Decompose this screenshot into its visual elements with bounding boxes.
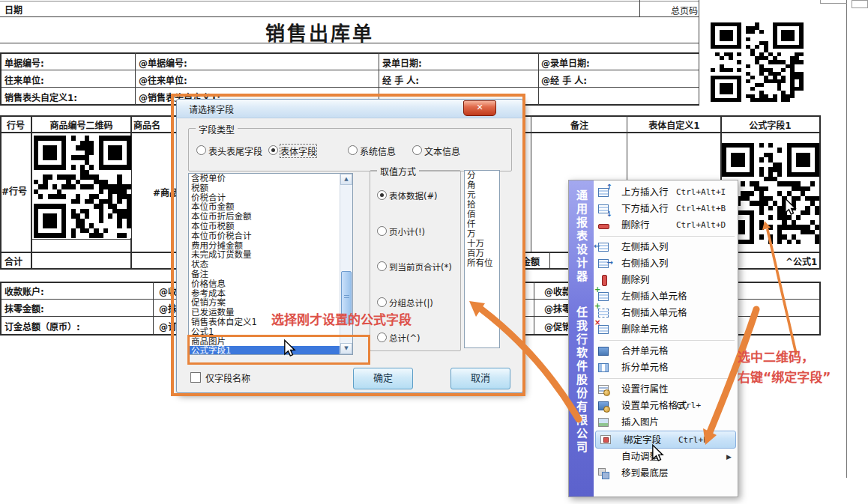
window-fragment <box>852 0 868 8</box>
grid-line <box>0 70 699 70</box>
menu-item-绑定字段[interactable]: 绑定字段Ctrl+F <box>595 431 736 449</box>
menu-item-合并单元格[interactable]: 合并单元格 <box>594 343 738 359</box>
menu-item-删除列[interactable]: 删除列 <box>594 272 738 288</box>
menu-item-label: 合并单元格 <box>621 343 669 359</box>
bind-field-icon <box>600 434 612 446</box>
field-label[interactable]: 经 手 人: <box>382 73 419 86</box>
field-value[interactable]: @单据编号: <box>139 56 187 69</box>
grid-line <box>534 282 534 334</box>
column-header[interactable]: 公式字段1 <box>721 118 819 131</box>
menu-item-label: 设置行属性 <box>621 381 669 398</box>
field-value[interactable]: @促销 <box>544 320 571 333</box>
menu-item-label: 插入图片 <box>621 414 659 431</box>
menu-item-插入图片[interactable]: 插入图片 <box>594 414 738 431</box>
menu-item-设置单元格格式[interactable]: 设置单元格格式Ctrl+ <box>594 398 738 414</box>
field-value[interactable]: @往来单位: <box>139 73 187 86</box>
column-header[interactable]: 备注 <box>531 118 627 131</box>
grid-line <box>135 52 136 105</box>
split-cells-icon <box>597 362 609 374</box>
field-label[interactable]: 收款账户: <box>4 285 44 297</box>
menu-item-拆分单元格[interactable]: 拆分单元格 <box>594 359 738 376</box>
total-page-cell[interactable]: 总页码 <box>671 4 698 16</box>
field-value[interactable]: @收款 <box>544 285 571 297</box>
icon-part <box>603 406 610 413</box>
icon-part <box>598 347 609 356</box>
menu-item-右侧插入单元格[interactable]: +右侧插入单元格 <box>594 305 738 321</box>
menu-item-下方插入行[interactable]: ↓下方插入行Ctrl+Alt+B <box>594 201 738 217</box>
grid-line <box>549 252 550 268</box>
merge-cells-icon <box>597 345 609 357</box>
grid-line <box>0 52 699 54</box>
menu-item-自动调整[interactable]: 自动调整▶ <box>594 449 738 465</box>
menu-separator <box>600 236 735 237</box>
menu-item-label: 左侧插入单元格 <box>621 288 687 305</box>
date-cell[interactable]: 日期 <box>4 3 22 16</box>
menu-item-删除行[interactable]: 删除行Ctrl+Alt+D <box>594 217 738 234</box>
menu-item-shortcut: Ctrl+Alt+B <box>676 201 726 217</box>
menu-item-shortcut: Ctrl+Alt+D <box>676 217 726 234</box>
grid-line <box>0 16 699 17</box>
field-label[interactable]: 单据编号: <box>4 56 44 69</box>
menu-item-label: 上方插入行 <box>621 184 669 201</box>
annotation-text: 选择刚才设置的公式字段 <box>271 309 412 328</box>
menu-item-移到最底层[interactable]: 移到最底层 <box>594 465 738 482</box>
annotation-text-line: 右键“绑定字段” <box>738 368 831 388</box>
field-label[interactable]: 录单日期: <box>382 56 422 69</box>
annotation-text-line: 选中二维码， <box>738 347 831 368</box>
icon-part <box>602 275 607 286</box>
mouse-cursor <box>784 198 797 216</box>
menu-item-label: 右侧插入单元格 <box>621 305 687 321</box>
page-edge-line <box>846 0 847 478</box>
icon-part <box>598 418 609 427</box>
field-label[interactable]: 抹零金额: <box>4 302 44 315</box>
icon-part <box>603 437 609 443</box>
grid-line <box>0 282 1 336</box>
icon-part: ↑ <box>606 183 612 191</box>
column-header[interactable]: 商品名 <box>133 118 160 131</box>
menu-item-上方插入行[interactable]: ↑上方插入行Ctrl+Alt+I <box>594 184 738 201</box>
grid-line <box>639 0 640 16</box>
grid-line <box>0 87 699 88</box>
vendor-banner-text: 通用报表设计器 <box>573 189 589 284</box>
field-label[interactable]: 往来单位: <box>4 73 44 86</box>
insert-cell-right-icon: + <box>597 307 609 319</box>
qr-code[interactable] <box>34 136 131 238</box>
grid-line <box>0 1 699 1</box>
column-header[interactable]: 表体自定义1 <box>627 118 721 131</box>
field-label[interactable]: 订金总额（原币）: <box>4 320 80 333</box>
report-title[interactable]: 销售出库单 <box>0 18 639 46</box>
icon-part: ← <box>594 243 600 250</box>
insert-cell-left-icon: + <box>597 291 609 303</box>
table-cell[interactable]: ^公式1 <box>786 255 817 267</box>
mouse-cursor <box>283 339 296 357</box>
context-menu-items: ↑上方插入行Ctrl+Alt+I↓下方插入行Ctrl+Alt+B删除行Ctrl+… <box>594 180 738 482</box>
column-header[interactable]: 商品编号二维码 <box>31 118 131 131</box>
field-value[interactable]: @经 手 人: <box>541 73 587 86</box>
menu-item-label: 拆分单元格 <box>621 359 669 376</box>
field-value[interactable]: @录单日期: <box>541 56 590 69</box>
icon-part <box>598 224 609 229</box>
icon-part: + <box>594 303 600 310</box>
menu-separator <box>600 378 735 379</box>
insert-col-right-icon: → <box>597 258 609 270</box>
menu-item-label: 移到最底层 <box>621 465 669 482</box>
annotation-rect-selected-field <box>187 335 370 365</box>
table-cell[interactable]: #行号 <box>1 184 27 197</box>
delete-row-icon <box>597 219 609 231</box>
menu-item-删除单元格[interactable]: ×删除单元格 <box>594 321 738 338</box>
menu-item-右侧插入列[interactable]: →右侧插入列 <box>594 255 738 272</box>
annotation-text: 选中二维码， 右键“绑定字段” <box>738 347 831 388</box>
column-header[interactable]: 行号 <box>0 118 31 131</box>
insert-row-above-icon: ↑ <box>597 186 609 198</box>
page-corner-line <box>820 3 847 4</box>
submenu-arrow-icon: ▶ <box>726 449 732 465</box>
icon-part: + <box>594 286 600 294</box>
menu-item-设置行属性[interactable]: 设置行属性 <box>594 381 738 398</box>
field-label[interactable]: 销售表头自定义1: <box>4 91 77 103</box>
menu-item-shortcut: Ctrl+ <box>676 398 701 414</box>
menu-item-左侧插入单元格[interactable]: +左侧插入单元格 <box>594 288 738 305</box>
menu-item-左侧插入列[interactable]: ←左侧插入列 <box>594 239 738 255</box>
field-value[interactable]: @抹零 <box>544 302 571 315</box>
total-row-label[interactable]: 合计 <box>4 255 22 267</box>
delete-col-icon <box>597 274 609 286</box>
